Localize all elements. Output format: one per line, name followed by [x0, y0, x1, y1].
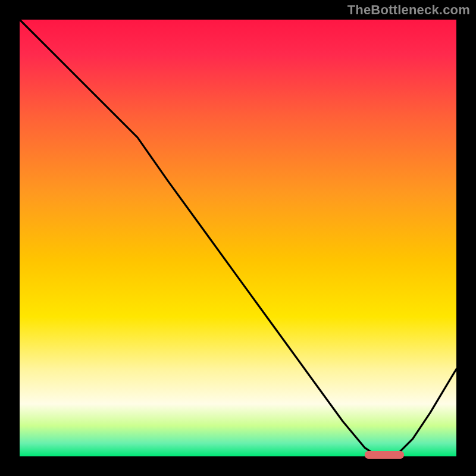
chart-svg	[0, 0, 476, 476]
minimum-marker	[365, 451, 404, 459]
watermark-text: TheBottleneck.com	[347, 2, 470, 18]
